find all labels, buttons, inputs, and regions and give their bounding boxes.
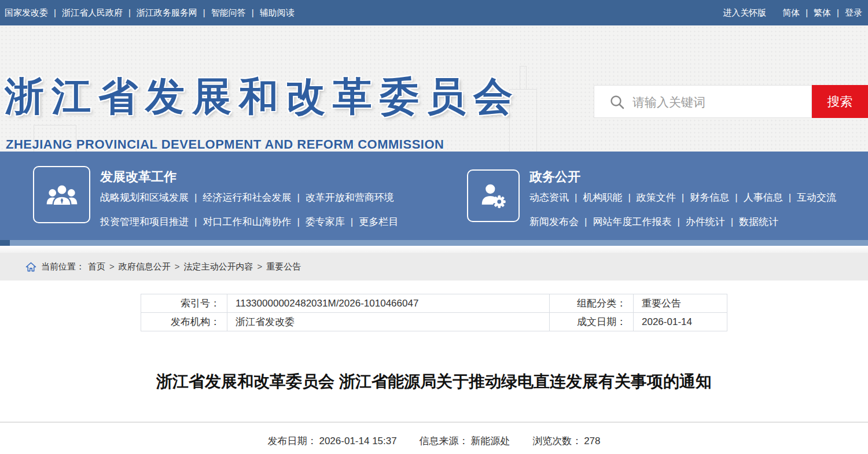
source-label: 信息来源： (419, 435, 468, 446)
band-bottom-strip (0, 240, 868, 246)
nav-link[interactable]: 改革开放和营商环境 (306, 192, 394, 203)
issue-date-label: 成文日期： (550, 313, 634, 331)
nav-link[interactable]: 战略规划和区域发展 (100, 192, 203, 203)
table-row: 发布机构： 浙江省发改委 成文日期： 2026-01-14 (141, 313, 727, 331)
reform-work-row1: 战略规划和区域发展经济运行和社会发展改革开放和营商环境 (100, 191, 394, 204)
nav-link[interactable]: 更多栏目 (359, 216, 398, 227)
nav-link[interactable]: 机构职能 (583, 192, 636, 203)
breadcrumb-bar: 当前位置： 首页 政府信息公开 法定主动公开内容 重要公告 (0, 253, 868, 280)
gov-open-title: 政务公开 (529, 168, 580, 186)
category-value: 重要公告 (634, 294, 727, 312)
nav-band: 发展改革工作 战略规划和区域发展经济运行和社会发展改革开放和营商环境 投资管理和… (0, 152, 868, 240)
topbar-link-zj-service[interactable]: 浙江政务服务网 (137, 8, 211, 17)
topbar-link-ndrc[interactable]: 国家发改委 (5, 8, 62, 17)
views-value: 278 (584, 435, 600, 446)
search-icon (609, 94, 625, 110)
doc-info-table: 索引号： 11330000002482031M/2026-1010466047 … (141, 294, 727, 331)
agency-label: 发布机构： (141, 313, 227, 331)
reform-work-icon-box (33, 166, 90, 223)
breadcrumb-home[interactable]: 首页 (88, 261, 119, 272)
nav-link[interactable]: 网站年度工作报表 (593, 216, 685, 227)
search-input[interactable] (631, 86, 807, 118)
login-link[interactable]: 登录 (845, 8, 862, 17)
article-meta: 发布日期：2026-01-14 15:37 信息来源：新能源处 浏览次数：278 (0, 434, 868, 448)
category-label: 组配分类： (550, 294, 634, 312)
home-icon (25, 261, 36, 272)
topbar-right-links: 进入关怀版简体繁体登录 (723, 0, 862, 25)
search-box: 搜索 (594, 85, 868, 118)
gov-open-row1: 动态资讯机构职能政策文件财务信息人事信息互动交流 (529, 191, 836, 204)
breadcrumb-notices[interactable]: 重要公告 (266, 261, 301, 272)
reform-work-title: 发展改革工作 (100, 168, 176, 186)
care-version-link[interactable]: 进入关怀版 (723, 8, 766, 17)
traditional-link[interactable]: 繁体 (814, 8, 845, 17)
page: 国家发改委浙江省人民政府浙江政务服务网智能问答辅助阅读 进入关怀版简体繁体登录 … (0, 0, 868, 454)
publish-date-label: 发布日期： (267, 435, 317, 446)
nav-link[interactable]: 经济运行和社会发展 (203, 192, 305, 203)
views-label: 浏览次数： (532, 435, 582, 446)
nav-link[interactable]: 动态资讯 (529, 192, 583, 203)
nav-link[interactable]: 互动交流 (797, 192, 836, 203)
band-fade (0, 246, 868, 253)
publish-date-value: 2026-01-14 15:37 (319, 435, 396, 446)
topbar-left-links: 国家发改委浙江省人民政府浙江政务服务网智能问答辅助阅读 (5, 0, 295, 25)
issue-date-value: 2026-01-14 (634, 313, 727, 331)
index-number-label: 索引号： (141, 294, 227, 312)
gov-open-row2: 新闻发布会网站年度工作报表办件统计数据统计 (529, 215, 778, 228)
nav-link[interactable]: 新闻发布会 (529, 216, 593, 227)
site-header: 浙江省发展和改革委员会 ZHEJIANG PROVINCIAL DEVELOPM… (0, 25, 868, 152)
table-row: 索引号： 11330000002482031M/2026-1010466047 … (141, 294, 727, 313)
people-group-icon (45, 178, 79, 212)
nav-link[interactable]: 数据统计 (739, 216, 778, 227)
breadcrumb-label: 当前位置： (41, 261, 84, 272)
topbar-link-zj-gov[interactable]: 浙江省人民政府 (62, 8, 137, 17)
nav-link[interactable]: 政策文件 (637, 192, 690, 203)
topbar: 国家发改委浙江省人民政府浙江政务服务网智能问答辅助阅读 进入关怀版简体繁体登录 (0, 0, 868, 25)
nav-link[interactable]: 委专家库 (306, 216, 359, 227)
nav-link[interactable]: 投资管理和项目推进 (100, 216, 203, 227)
site-title: 浙江省发展和改革委员会 (5, 76, 520, 116)
building-watermark (520, 66, 527, 90)
person-gear-icon (479, 181, 509, 211)
breadcrumb-statutory[interactable]: 法定主动公开内容 (184, 261, 267, 272)
search-input-wrap (594, 85, 812, 118)
reform-work-row2: 投资管理和项目推进对口工作和山海协作委专家库更多栏目 (100, 215, 398, 228)
nav-link[interactable]: 财务信息 (690, 192, 743, 203)
simplified-link[interactable]: 简体 (782, 8, 814, 17)
search-button[interactable]: 搜索 (812, 85, 868, 118)
nav-link[interactable]: 人事信息 (744, 192, 797, 203)
breadcrumb: 当前位置： 首页 政府信息公开 法定主动公开内容 重要公告 (25, 253, 301, 280)
agency-value: 浙江省发改委 (227, 313, 550, 331)
site-subtitle: ZHEJIANG PROVINCIAL DEVELOPMENT AND REFO… (6, 137, 444, 152)
nav-link[interactable]: 办件统计 (686, 216, 739, 227)
gov-open-icon-box (467, 169, 520, 222)
page-title: 浙江省发展和改革委员会 浙江省能源局关于推动绿电直连发展有关事项的通知 (0, 371, 868, 393)
source-value: 新能源处 (470, 435, 510, 446)
breadcrumb-gov-info[interactable]: 政府信息公开 (119, 261, 184, 272)
topbar-link-assist-read[interactable]: 辅助阅读 (260, 8, 295, 17)
nav-link[interactable]: 对口工作和山海协作 (203, 216, 305, 227)
index-number-value: 11330000002482031M/2026-1010466047 (227, 294, 550, 312)
topbar-link-smart-qa[interactable]: 智能问答 (211, 8, 260, 17)
article-divider (0, 422, 868, 423)
